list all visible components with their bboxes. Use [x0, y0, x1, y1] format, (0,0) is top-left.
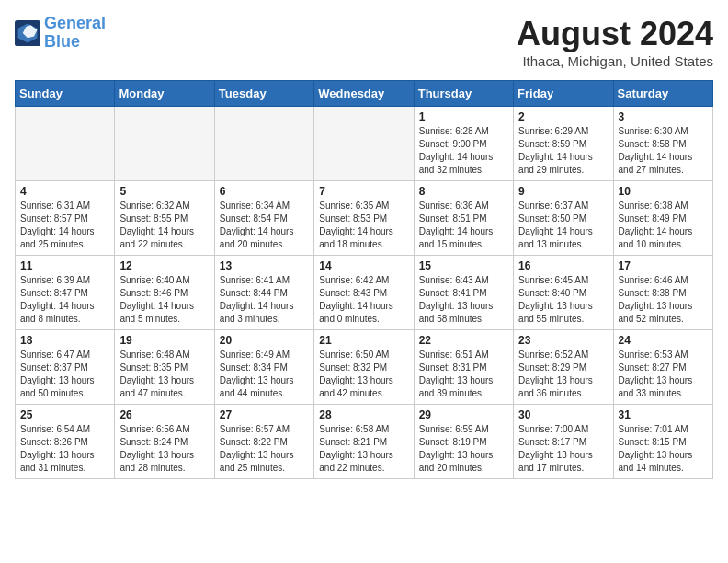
calendar-cell: [214, 107, 313, 181]
day-number: 9: [518, 185, 608, 198]
day-number: 22: [419, 334, 508, 347]
calendar-cell: 7Sunrise: 6:35 AM Sunset: 8:53 PM Daylig…: [314, 181, 414, 256]
day-number: 29: [419, 408, 508, 421]
day-info: Sunrise: 6:28 AM Sunset: 9:00 PM Dayligh…: [419, 125, 508, 177]
day-info: Sunrise: 6:56 AM Sunset: 8:24 PM Dayligh…: [119, 423, 209, 475]
calendar-cell: 31Sunrise: 7:01 AM Sunset: 8:15 PM Dayli…: [613, 405, 712, 479]
day-number: 10: [619, 185, 708, 198]
calendar-cell: 27Sunrise: 6:57 AM Sunset: 8:22 PM Dayli…: [214, 405, 313, 479]
calendar-cell: 18Sunrise: 6:47 AM Sunset: 8:37 PM Dayli…: [16, 330, 115, 405]
title-area: August 2024 Ithaca, Michigan, United Sta…: [517, 15, 713, 69]
day-info: Sunrise: 6:59 AM Sunset: 8:19 PM Dayligh…: [419, 423, 508, 475]
month-year-title: August 2024: [517, 15, 713, 53]
col-header-tuesday: Tuesday: [214, 81, 313, 107]
page-header: General Blue August 2024 Ithaca, Michiga…: [15, 15, 713, 69]
logo-text-block: General Blue: [44, 15, 106, 52]
calendar-cell: 23Sunrise: 6:52 AM Sunset: 8:29 PM Dayli…: [514, 330, 613, 405]
day-info: Sunrise: 6:39 AM Sunset: 8:47 PM Dayligh…: [20, 274, 109, 326]
calendar-cell: 22Sunrise: 6:51 AM Sunset: 8:31 PM Dayli…: [414, 330, 513, 405]
calendar-cell: 8Sunrise: 6:36 AM Sunset: 8:51 PM Daylig…: [414, 181, 513, 256]
day-number: 15: [419, 259, 508, 272]
day-info: Sunrise: 6:58 AM Sunset: 8:21 PM Dayligh…: [319, 423, 408, 475]
col-header-monday: Monday: [115, 81, 214, 107]
day-number: 1: [419, 110, 508, 123]
calendar-cell: [115, 107, 214, 181]
day-number: 26: [119, 408, 209, 421]
day-info: Sunrise: 6:50 AM Sunset: 8:32 PM Dayligh…: [319, 349, 408, 400]
week-row-1: 1Sunrise: 6:28 AM Sunset: 9:00 PM Daylig…: [16, 107, 713, 181]
day-number: 12: [119, 259, 209, 272]
calendar-table: SundayMondayTuesdayWednesdayThursdayFrid…: [15, 80, 713, 479]
day-number: 16: [518, 259, 608, 272]
logo-line2: Blue: [44, 33, 106, 52]
day-info: Sunrise: 6:34 AM Sunset: 8:54 PM Dayligh…: [220, 200, 309, 251]
col-header-wednesday: Wednesday: [314, 81, 414, 107]
calendar-header-row: SundayMondayTuesdayWednesdayThursdayFrid…: [16, 81, 713, 107]
calendar-cell: 1Sunrise: 6:28 AM Sunset: 9:00 PM Daylig…: [414, 107, 513, 181]
day-info: Sunrise: 6:51 AM Sunset: 8:31 PM Dayligh…: [419, 349, 508, 400]
day-info: Sunrise: 6:41 AM Sunset: 8:44 PM Dayligh…: [220, 274, 309, 326]
day-number: 2: [518, 110, 608, 123]
day-number: 28: [319, 408, 408, 421]
calendar-cell: 20Sunrise: 6:49 AM Sunset: 8:34 PM Dayli…: [214, 330, 313, 405]
day-number: 23: [518, 334, 608, 347]
calendar-cell: 2Sunrise: 6:29 AM Sunset: 8:59 PM Daylig…: [514, 107, 613, 181]
day-info: Sunrise: 6:43 AM Sunset: 8:41 PM Dayligh…: [419, 274, 508, 326]
calendar-cell: 11Sunrise: 6:39 AM Sunset: 8:47 PM Dayli…: [16, 256, 115, 330]
calendar-cell: [16, 107, 115, 181]
calendar-cell: 13Sunrise: 6:41 AM Sunset: 8:44 PM Dayli…: [214, 256, 313, 330]
calendar-cell: 4Sunrise: 6:31 AM Sunset: 8:57 PM Daylig…: [16, 181, 115, 256]
week-row-3: 11Sunrise: 6:39 AM Sunset: 8:47 PM Dayli…: [16, 256, 713, 330]
day-info: Sunrise: 6:45 AM Sunset: 8:40 PM Dayligh…: [518, 274, 608, 326]
week-row-4: 18Sunrise: 6:47 AM Sunset: 8:37 PM Dayli…: [16, 330, 713, 405]
calendar-cell: 19Sunrise: 6:48 AM Sunset: 8:35 PM Dayli…: [115, 330, 214, 405]
calendar-cell: 15Sunrise: 6:43 AM Sunset: 8:41 PM Dayli…: [414, 256, 513, 330]
day-info: Sunrise: 6:32 AM Sunset: 8:55 PM Dayligh…: [119, 200, 209, 251]
calendar-cell: 25Sunrise: 6:54 AM Sunset: 8:26 PM Dayli…: [16, 405, 115, 479]
calendar-cell: 10Sunrise: 6:38 AM Sunset: 8:49 PM Dayli…: [613, 181, 712, 256]
day-number: 19: [119, 334, 209, 347]
day-info: Sunrise: 6:29 AM Sunset: 8:59 PM Dayligh…: [518, 125, 608, 177]
day-number: 30: [518, 408, 608, 421]
day-info: Sunrise: 6:54 AM Sunset: 8:26 PM Dayligh…: [20, 423, 109, 475]
calendar-cell: 30Sunrise: 7:00 AM Sunset: 8:17 PM Dayli…: [514, 405, 613, 479]
day-info: Sunrise: 6:42 AM Sunset: 8:43 PM Dayligh…: [319, 274, 408, 326]
location-subtitle: Ithaca, Michigan, United States: [517, 53, 713, 69]
day-number: 13: [220, 259, 309, 272]
day-number: 31: [619, 408, 708, 421]
col-header-sunday: Sunday: [16, 81, 115, 107]
calendar-cell: [314, 107, 414, 181]
day-info: Sunrise: 6:52 AM Sunset: 8:29 PM Dayligh…: [518, 349, 608, 400]
day-info: Sunrise: 6:57 AM Sunset: 8:22 PM Dayligh…: [220, 423, 309, 475]
day-number: 27: [220, 408, 309, 421]
day-number: 6: [220, 185, 309, 198]
day-info: Sunrise: 6:36 AM Sunset: 8:51 PM Dayligh…: [419, 200, 508, 251]
day-info: Sunrise: 6:30 AM Sunset: 8:58 PM Dayligh…: [619, 125, 708, 177]
col-header-thursday: Thursday: [414, 81, 513, 107]
day-info: Sunrise: 7:01 AM Sunset: 8:15 PM Dayligh…: [619, 423, 708, 475]
day-number: 18: [20, 334, 109, 347]
day-number: 8: [419, 185, 508, 198]
calendar-cell: 3Sunrise: 6:30 AM Sunset: 8:58 PM Daylig…: [613, 107, 712, 181]
week-row-5: 25Sunrise: 6:54 AM Sunset: 8:26 PM Dayli…: [16, 405, 713, 479]
calendar-cell: 12Sunrise: 6:40 AM Sunset: 8:46 PM Dayli…: [115, 256, 214, 330]
logo: General Blue: [15, 15, 106, 52]
day-info: Sunrise: 6:48 AM Sunset: 8:35 PM Dayligh…: [119, 349, 209, 400]
day-info: Sunrise: 6:46 AM Sunset: 8:38 PM Dayligh…: [619, 274, 708, 326]
calendar-cell: 21Sunrise: 6:50 AM Sunset: 8:32 PM Dayli…: [314, 330, 414, 405]
day-info: Sunrise: 6:47 AM Sunset: 8:37 PM Dayligh…: [20, 349, 109, 400]
day-number: 5: [119, 185, 209, 198]
week-row-2: 4Sunrise: 6:31 AM Sunset: 8:57 PM Daylig…: [16, 181, 713, 256]
day-number: 3: [619, 110, 708, 123]
calendar-cell: 26Sunrise: 6:56 AM Sunset: 8:24 PM Dayli…: [115, 405, 214, 479]
col-header-friday: Friday: [514, 81, 613, 107]
day-number: 11: [20, 259, 109, 272]
day-number: 7: [319, 185, 408, 198]
day-info: Sunrise: 6:31 AM Sunset: 8:57 PM Dayligh…: [20, 200, 109, 251]
day-number: 24: [619, 334, 708, 347]
calendar-cell: 9Sunrise: 6:37 AM Sunset: 8:50 PM Daylig…: [514, 181, 613, 256]
day-info: Sunrise: 6:35 AM Sunset: 8:53 PM Dayligh…: [319, 200, 408, 251]
calendar-cell: 6Sunrise: 6:34 AM Sunset: 8:54 PM Daylig…: [214, 181, 313, 256]
calendar-cell: 24Sunrise: 6:53 AM Sunset: 8:27 PM Dayli…: [613, 330, 712, 405]
col-header-saturday: Saturday: [613, 81, 712, 107]
